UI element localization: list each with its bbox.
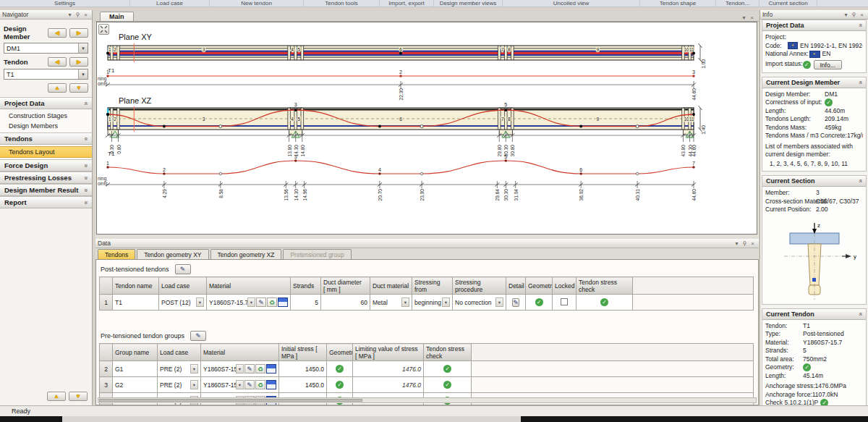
svg-text:8: 8 (508, 117, 511, 122)
chevron-down-icon[interactable]: ▾ (190, 380, 198, 389)
cross-section-figure: z y (764, 219, 865, 304)
material-select[interactable]: Y1860S7-15.7▾✎♻ (207, 295, 291, 311)
navigator-down-button[interactable]: ▼ (69, 392, 88, 401)
chevron-down-icon[interactable]: ▾ (78, 69, 88, 79)
svg-text:23.90: 23.90 (420, 189, 425, 201)
initial-stress-cell[interactable]: 1450.0 (279, 361, 327, 377)
chevron-down-icon: » (82, 188, 89, 192)
taskbar-strip (0, 416, 868, 422)
ribbon-caption-bar: SettingsLoad caseNew tendonTendon toolsI… (0, 0, 868, 7)
close-icon[interactable]: × (748, 14, 756, 21)
drawing-canvas[interactable]: Plane XY12345678910111.00T1123ningoints2… (96, 22, 757, 235)
sidebar-item-design-members[interactable]: Design Members (0, 121, 92, 131)
stressing-from-select[interactable]: beginning▾ (412, 295, 453, 311)
stressing-procedure-select[interactable]: No correction▾ (453, 295, 506, 311)
load-case-select[interactable]: PRE (2)▾ (158, 361, 201, 377)
annex-value: EN (822, 50, 831, 59)
tab-tendon-geometry-xz[interactable]: Tendon geometry XZ (210, 249, 282, 260)
refresh-material-icon[interactable]: ♻ (255, 380, 265, 389)
pin-icon[interactable]: ⚲ (850, 12, 858, 18)
duct-material-select[interactable]: Metal▾ (370, 295, 412, 311)
close-icon[interactable]: × (749, 240, 757, 247)
duct-diameter-cell[interactable]: 60 (321, 295, 370, 311)
close-icon[interactable]: × (858, 12, 866, 18)
info-button[interactable]: Info... (814, 60, 842, 69)
chevron-down-icon[interactable]: ▾ (401, 297, 409, 307)
refresh-material-icon[interactable]: ♻ (255, 364, 265, 374)
detail-edit-button[interactable]: ✎ (512, 298, 519, 307)
chevron-down-icon[interactable]: ▾ (78, 43, 88, 53)
group-name-cell[interactable]: G1 (113, 361, 158, 377)
move-tendon-down-button[interactable]: ▼ (69, 83, 88, 93)
chevron-up-icon: « (82, 137, 89, 140)
info-row: Type:Post-tensioned (765, 330, 863, 339)
next-design-member-button[interactable]: ▶ (69, 28, 88, 38)
save-material-icon[interactable] (266, 364, 276, 374)
chevron-down-icon[interactable]: ▾ (247, 297, 255, 307)
pre-tensioned-groups-table: Group nameLoad caseMaterialInitial stres… (99, 343, 754, 405)
save-material-icon[interactable] (278, 297, 288, 307)
ribbon-group-tendon-: Tendon... (716, 0, 760, 7)
material-select[interactable]: Y1860S7-15.7▾✎♻ (201, 377, 279, 393)
sidebar-section-report[interactable]: Report» (0, 196, 92, 208)
design-member-select[interactable]: DM1 ▾ (4, 43, 88, 54)
tab-menu-icon[interactable]: ▾ (740, 14, 748, 21)
sidebar-section-design-member-result[interactable]: Design Member Result» (0, 184, 92, 196)
sidebar-section-tendons[interactable]: Tendons« (0, 132, 92, 145)
chevron-down-icon[interactable]: ▾ (236, 364, 244, 374)
edit-material-icon[interactable]: ✎ (244, 364, 255, 374)
sidebar-item-construction-stages[interactable]: Construction Stages (0, 111, 92, 121)
panel-menu-icon[interactable]: ▾ (733, 240, 741, 247)
ribbon-group-design-member-views: Design member views (434, 0, 503, 7)
tendon-layout-drawing[interactable]: Plane XY12345678910111.00T1123ningoints2… (97, 22, 757, 234)
sidebar-section-project-data[interactable]: Project Data« (0, 97, 92, 109)
pin-icon[interactable]: ⚲ (741, 240, 749, 247)
svg-text:30.80: 30.80 (510, 145, 515, 157)
save-material-icon[interactable] (266, 380, 276, 389)
tab-tendons[interactable]: Tendons (98, 249, 135, 260)
prev-tendon-button[interactable]: ◀ (48, 57, 67, 67)
tab-tendon-geometry-xy[interactable]: Tendon geometry XY (137, 249, 208, 260)
tab-main[interactable]: Main (100, 12, 134, 21)
edit-post-tensioned-button[interactable]: ✎ (175, 264, 191, 274)
chevron-down-icon[interactable]: ▾ (190, 364, 198, 374)
tendon-select[interactable]: T1 ▾ (4, 69, 88, 80)
close-icon[interactable]: × (82, 12, 90, 18)
navigator-header: Navigator ▾ ⚲ × (0, 10, 92, 20)
prev-design-member-button[interactable]: ◀ (48, 28, 67, 38)
chevron-down-icon[interactable]: ▾ (442, 297, 450, 307)
info-row: Strands:5 (765, 347, 863, 355)
edit-material-icon[interactable]: ✎ (256, 297, 266, 307)
chevron-down-icon[interactable]: ▾ (495, 297, 503, 307)
table-row: 1T1POST (12)▾Y1860S7-15.7▾✎♻560Metal▾beg… (100, 295, 754, 311)
load-case-select[interactable]: PRE (2)▾ (158, 377, 201, 393)
chevron-down-icon[interactable]: ▾ (196, 297, 204, 307)
move-tendon-up-button[interactable]: ▲ (48, 83, 67, 93)
strands-cell[interactable]: 5 (291, 295, 321, 311)
column-header: Material (201, 344, 279, 361)
tendon-stress-status-ok-icon: ✓ (443, 365, 451, 373)
panel-menu-icon[interactable]: ▾ (66, 12, 74, 18)
initial-stress-cell[interactable]: 1450.0 (279, 377, 327, 393)
next-tendon-button[interactable]: ▶ (69, 57, 88, 67)
tendon-stress-status-ok-icon: ✓ (443, 381, 451, 389)
sidebar-section-prestressing-losses[interactable]: Prestressing Losses» (0, 172, 92, 184)
sidebar-section-force-design[interactable]: Force Design» (0, 159, 92, 172)
edit-material-icon[interactable]: ✎ (244, 380, 255, 389)
material-select[interactable]: Y1860S7-15.7▾✎♻ (201, 361, 279, 377)
navigator-up-button[interactable]: ▲ (47, 392, 66, 401)
sidebar-item-tendons-layout[interactable]: Tendons Layout (0, 146, 92, 158)
tendon-name-cell[interactable]: T1 (113, 295, 159, 311)
edit-pre-tensioned-button[interactable]: ✎ (190, 331, 206, 341)
panel-menu-icon[interactable]: ▾ (842, 12, 850, 18)
pin-icon[interactable]: ⚲ (74, 12, 82, 18)
status-ok-icon: ✓ (803, 61, 811, 69)
load-case-select[interactable]: POST (12)▾ (159, 295, 207, 311)
chevron-down-icon[interactable]: ▾ (236, 380, 244, 389)
refresh-material-icon[interactable]: ♻ (267, 297, 277, 307)
group-name-cell[interactable]: G2 (113, 377, 158, 393)
horizontal-scrollbar[interactable] (98, 397, 757, 403)
svg-text:29.80: 29.80 (497, 145, 502, 157)
locked-checkbox[interactable] (561, 298, 568, 305)
fit-view-button[interactable] (98, 24, 109, 35)
